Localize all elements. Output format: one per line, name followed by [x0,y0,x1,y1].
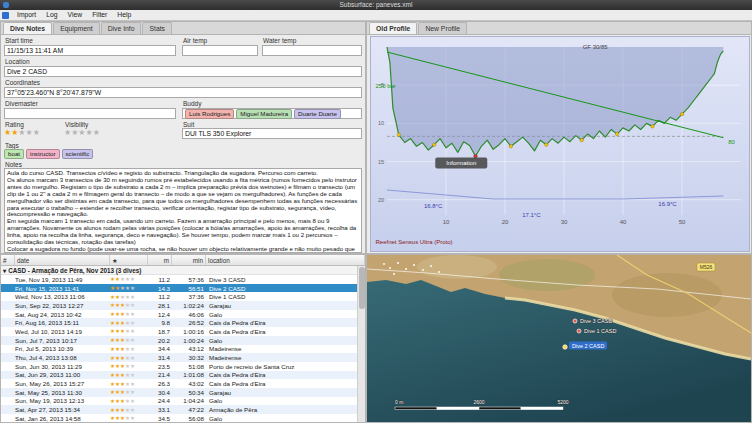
map-marker-dive2-selected[interactable]: Dive 2 CASD [563,342,607,350]
col-location[interactable]: location [206,255,365,265]
water-temp-input[interactable] [262,45,362,56]
dive-date: Sun, Jul 7, 2013 10:17 [15,337,110,344]
dive-row[interactable]: Wed, Nov 13, 2013 11:06★★★★★11.237:36Div… [1,292,357,301]
dive-row[interactable]: Sat, May 25, 2013 11:30★★★★★30.450:34Gar… [1,388,357,397]
buddy-input[interactable]: Luis RodriguesMiguel MadureiraDuarte Dua… [182,108,362,119]
visibility-stars[interactable]: ★★★★★ [64,128,100,137]
rating-label: Rating [5,121,24,128]
chip: Miguel Madureira [236,109,292,119]
star-icon[interactable]: ★ [93,128,100,137]
profile-tabbar: Old Profile New Profile [367,22,751,35]
dive-profile-plot-area[interactable]: 51015201020304050250 barGF 30/858016.8°C… [370,36,750,252]
tab-new-profile[interactable]: New Profile [418,22,467,34]
menu-filter[interactable]: Filter [88,10,111,20]
star-icon[interactable]: ★ [18,128,25,137]
dive-location: Galo [206,415,357,422]
dive-row[interactable]: Fri, Aug 16, 2013 15:11★★★★★9.826:52Cais… [1,318,357,327]
dive-rating: ★★★★★ [110,397,148,405]
tab-equipment[interactable]: Equipment [53,22,100,34]
col-rating[interactable]: ★ [110,255,148,265]
app-menu-icon[interactable] [2,12,9,19]
dive-depth: 20.2 [148,337,172,344]
suit-input[interactable] [182,128,362,139]
dive-profile-panel: Old Profile New Profile 5101520102030405… [366,21,752,254]
trip-header-row[interactable]: ▾ CASD - Armação de Pêra, Nov 2013 (3 di… [1,266,357,275]
dive-depth: 18.7 [148,328,172,335]
trip-collapse-icon[interactable]: ▾ [3,267,6,274]
tab-old-profile[interactable]: Old Profile [369,22,417,34]
dive-date: Thu, Jul 4, 2013 13:08 [15,354,110,361]
star-icon[interactable]: ★ [26,128,33,137]
dive-row[interactable]: Sat, Jun 29, 2013 11:00★★★★★21.41:01:08C… [1,371,357,380]
menu-view[interactable]: View [64,10,87,20]
svg-text:Information: Information [446,160,476,166]
dive-row[interactable]: Sat, Jan 26, 2013 14:58★★★★★34.556:08Gal… [1,414,357,423]
scrollbar-thumb[interactable] [359,267,365,309]
menu-import[interactable]: Import [13,10,40,20]
notes-textarea[interactable]: Aula do curso CASD. Transectos c/vídeo e… [4,168,362,253]
menu-help[interactable]: Help [113,10,135,20]
dive-row[interactable]: Sat, Aug 24, 2013 10:42★★★★★12.446:06Gal… [1,310,357,319]
dive-list-scrollbar[interactable] [357,266,365,422]
star-icon[interactable]: ★ [86,128,93,137]
dive-row[interactable]: Sun, Sep 22, 2013 12:27★★★★★28.11:02:24G… [1,301,357,310]
dive-row[interactable]: Sun, Jun 30, 2013 11:29★★★★★23.551:08Por… [1,362,357,371]
title-bar[interactable]: Subsurface: paneves.xml [0,0,752,10]
map-marker-label: Dive 1 CASD [584,328,616,334]
dive-location: Porto de recreio de Santa Cruz [206,363,357,370]
trip-header-label: CASD - Armação de Pêra, Nov 2013 (3 dive… [8,267,141,274]
dive-location: Cais da Pedra d'Eira [206,371,357,378]
star-icon[interactable]: ★ [64,128,71,137]
dive-rating: ★★★★★ [110,336,148,344]
dive-date: Sat, Jun 29, 2013 11:00 [15,371,110,378]
star-icon[interactable]: ★ [78,128,85,137]
tab-dive-info[interactable]: Dive Info [101,22,142,34]
map-panel[interactable]: M526 Dive 3 CASD Dive 1 CASD Dive 2 CASD… [366,254,752,423]
dive-row[interactable]: Sun, May 26, 2013 15:27★★★★★26.343:02Cai… [1,379,357,388]
dive-duration: 56:51 [172,285,206,292]
col-number[interactable]: # [1,255,15,265]
visibility-label: Visibility [65,121,88,128]
start-time-input[interactable] [4,45,176,56]
dive-row[interactable]: Sun, May 19, 2013 12:13★★★★★24.41:04:24G… [1,397,357,406]
col-date[interactable]: date [15,255,110,265]
divemaster-input[interactable] [4,108,176,119]
menu-log[interactable]: Log [42,10,61,20]
air-temp-label: Air temp [183,37,207,44]
coordinates-input[interactable] [4,87,362,98]
svg-text:15: 15 [378,159,384,165]
dive-row[interactable]: Thu, Jul 4, 2013 13:08★★★★★31.430:32Made… [1,353,357,362]
dive-depth: 23.5 [148,363,172,370]
scale-mid: 2600 [473,399,484,405]
dive-date: Fri, Jul 5, 2013 10:39 [15,345,110,352]
scale-left: 0 m [395,399,403,405]
divemaster-label: Divemaster [5,100,38,107]
air-temp-input[interactable] [182,45,258,56]
dive-date: Fri, Nov 15, 2013 11:41 [15,285,110,292]
col-duration[interactable]: min [172,255,206,265]
tags-field[interactable]: boatinstructorscientific [4,149,93,159]
dive-row[interactable]: Fri, Jul 5, 2013 10:39★★★★★34.443:12Made… [1,345,357,354]
rating-stars[interactable]: ★★★★★ [4,128,40,137]
dive-list-header[interactable]: # date ★ m min location [1,255,365,266]
star-icon[interactable]: ★ [4,128,11,137]
star-icon[interactable]: ★ [33,128,40,137]
col-depth[interactable]: m [148,255,172,265]
location-input[interactable] [4,66,362,77]
tab-stats[interactable]: Stats [142,22,172,34]
dive-duration: 56:08 [172,415,206,422]
map-canvas[interactable]: M526 Dive 3 CASD Dive 1 CASD Dive 2 CASD… [367,255,751,422]
dive-rating: ★★★★★ [110,327,148,335]
tab-dive-notes[interactable]: Dive Notes [3,22,52,34]
star-icon[interactable]: ★ [11,128,18,137]
dive-depth: 33.1 [148,406,172,413]
star-icon[interactable]: ★ [71,128,78,137]
dive-row[interactable]: Sat, Apr 27, 2013 15:34★★★★★33.147:22Arm… [1,405,357,414]
dive-row[interactable]: Tue, Nov 19, 2013 11:49★★★★★11.257:36Div… [1,275,357,284]
svg-text:17.1°C: 17.1°C [522,212,541,218]
dive-row[interactable]: Fri, Nov 15, 2013 11:41★★★★★14.356:51Div… [1,284,357,293]
dive-depth: 9.8 [148,319,172,326]
dive-row[interactable]: Wed, Jul 10, 2013 14:19★★★★★18.71:00:16C… [1,327,357,336]
dive-row[interactable]: Sun, Jul 7, 2013 10:17★★★★★20.21:00:24Ga… [1,336,357,345]
dive-depth: 30.4 [148,389,172,396]
